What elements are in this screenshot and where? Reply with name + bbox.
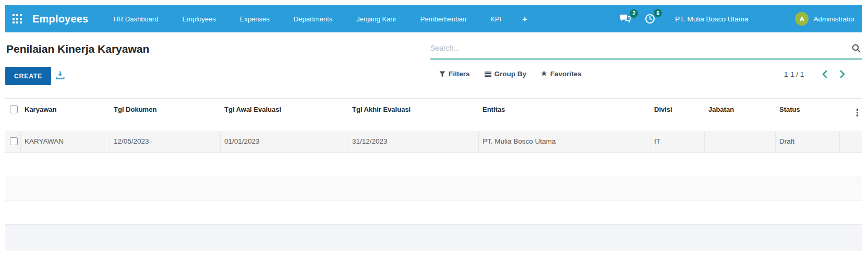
create-button[interactable]: CREATE (5, 67, 51, 85)
empty-row (5, 153, 862, 177)
row-checkbox[interactable] (10, 137, 18, 145)
chevron-left-icon (822, 70, 827, 78)
select-all-checkbox[interactable] (10, 105, 18, 113)
cell-tgl-akhir-evaluasi: 31/12/2023 (348, 131, 479, 152)
column-header-status[interactable]: Status (776, 105, 840, 113)
filter-bar: Filters Group By ★ Favorites (439, 70, 582, 78)
search-box (430, 42, 862, 60)
page-title: Penilaian Kinerja Karyawan (6, 43, 149, 55)
cell-tgl-awal-evaluasi: 01/01/2023 (221, 131, 348, 152)
navbar-right-section: 2 6 PT. Mulia Bosco Utama A Administrato… (620, 12, 862, 26)
menu-item-pemberhentian[interactable]: Pemberhentian (420, 15, 466, 23)
menu-item-hr-dashboard[interactable]: HR Dashboard (113, 15, 158, 23)
pager-next-button[interactable] (840, 70, 846, 78)
favorites-button[interactable]: ★ Favorites (541, 70, 582, 78)
content-background (5, 224, 862, 251)
column-header-tgl-dokumen[interactable]: Tgl Dokumen (110, 105, 221, 113)
cell-jabatan (705, 131, 776, 152)
cell-status: Draft (776, 131, 840, 152)
user-name: Administrator (813, 15, 855, 23)
records-list: Karyawan Tgl Dokumen Tgl Awal Evaluasi T… (5, 98, 862, 223)
table-row[interactable]: KARYAWAN 12/05/2023 01/01/2023 31/12/202… (5, 131, 862, 153)
cell-divisi: IT (650, 131, 705, 152)
export-download-icon[interactable] (55, 71, 65, 83)
optional-columns-icon[interactable] (857, 109, 859, 116)
pager-previous-button[interactable] (822, 70, 827, 78)
column-header-tgl-awal-evaluasi[interactable]: Tgl Awal Evaluasi (221, 105, 348, 113)
main-menu: HR Dashboard Employees Expenses Departme… (113, 15, 501, 23)
menu-item-expenses[interactable]: Expenses (240, 15, 270, 23)
cell-karyawan: KARYAWAN (21, 131, 110, 152)
bars-icon (485, 71, 491, 77)
table-header-row: Karyawan Tgl Dokumen Tgl Awal Evaluasi T… (5, 98, 862, 131)
cell-entitas: PT. Mulia Bosco Utama (479, 131, 650, 152)
cell-tgl-dokumen: 12/05/2023 (110, 131, 221, 152)
app-name[interactable]: Employees (32, 13, 88, 25)
user-menu[interactable]: A Administrator (795, 12, 855, 26)
chevron-right-icon (840, 70, 846, 78)
pager-range: 1-1 / 1 (784, 71, 804, 78)
menu-item-jenjang-karir[interactable]: Jenjang Karir (356, 15, 396, 23)
menu-item-departments[interactable]: Departments (294, 15, 332, 23)
activities-button[interactable]: 6 (645, 14, 655, 24)
user-avatar: A (795, 12, 809, 26)
menu-item-kpi[interactable]: KPI (490, 15, 501, 23)
menu-item-employees[interactable]: Employees (182, 15, 215, 23)
column-header-jabatan[interactable]: Jabatan (705, 105, 776, 113)
column-header-divisi[interactable]: Divisi (650, 105, 705, 113)
apps-grid-icon[interactable] (13, 14, 22, 24)
pager: 1-1 / 1 (784, 70, 846, 78)
company-switcher[interactable]: PT. Mulia Bosco Utama (675, 15, 748, 23)
messages-button[interactable]: 2 (620, 14, 631, 24)
search-icon[interactable] (851, 43, 861, 55)
column-header-karyawan[interactable]: Karyawan (21, 105, 110, 113)
column-header-tgl-akhir-evaluasi[interactable]: Tgl Akhir Evaluasi (348, 105, 479, 113)
messages-count-badge: 2 (630, 9, 638, 18)
empty-row (5, 177, 862, 201)
search-input[interactable] (430, 42, 845, 55)
funnel-icon (439, 71, 445, 77)
activities-count-badge: 6 (654, 9, 662, 17)
top-navbar: Employees HR Dashboard Employees Expense… (5, 5, 862, 32)
plus-menu-icon[interactable]: + (522, 15, 527, 24)
filters-button[interactable]: Filters (439, 70, 470, 78)
column-header-entitas[interactable]: Entitas (479, 105, 650, 113)
employees-app-window: Employees HR Dashboard Employees Expense… (0, 0, 868, 258)
star-icon: ★ (541, 70, 547, 77)
group-by-button[interactable]: Group By (485, 70, 527, 78)
empty-row (5, 201, 862, 223)
